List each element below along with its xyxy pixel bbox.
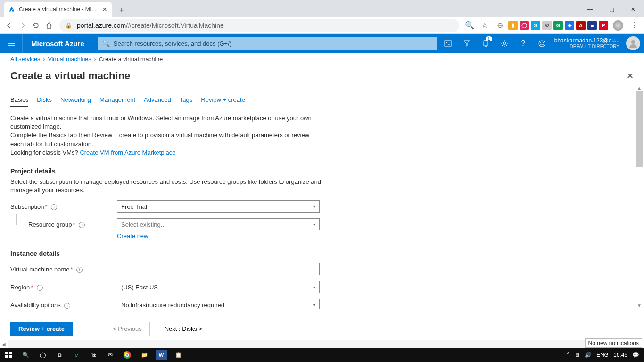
cloud-shell-icon[interactable] [438,34,457,53]
wizard-tabs: Basics Disks Networking Management Advan… [10,93,634,107]
hscroll-track[interactable] [8,340,628,348]
breadcrumb-all-services[interactable]: All services [10,56,40,63]
search-button[interactable]: 🔍 [17,348,34,362]
ext-icon-1[interactable]: ▮ [508,21,518,30]
svg-point-3 [540,42,541,43]
network-icon[interactable]: 🖥 [574,352,580,358]
browser-titlebar: Create a virtual machine - Micros ✕ + — … [0,0,644,17]
scroll-up-icon[interactable]: ▲ [636,84,643,91]
svg-point-5 [631,40,635,44]
ext-icon-8[interactable]: ■ [587,21,597,30]
region-value: (US) East US [121,284,158,291]
tab-advanced[interactable]: Advanced [144,93,171,107]
tab-basics[interactable]: Basics [10,93,28,107]
close-blade-button[interactable]: ✕ [627,71,634,81]
scroll-left-icon[interactable]: ◀ [0,342,8,347]
store-icon[interactable]: 🛍 [85,348,102,362]
minimize-button[interactable]: — [579,2,601,17]
new-tab-button[interactable]: + [115,4,128,17]
info-icon[interactable]: i [37,285,43,291]
previous-button[interactable]: < Previous [105,322,150,336]
ext-icon-5[interactable]: G [553,21,563,30]
reload-button[interactable] [29,19,42,32]
ext-icon-2[interactable]: ◯ [520,21,529,30]
info-icon[interactable]: i [79,222,85,228]
scroll-down-icon[interactable]: ▼ [636,302,643,309]
forward-button[interactable] [16,19,29,32]
help-icon[interactable]: ? [514,34,533,53]
ext-icon-6[interactable]: ◆ [565,21,574,30]
azure-search-input[interactable]: 🔍 Search resources, services, and docs (… [98,37,437,50]
word-icon[interactable]: W [156,350,167,360]
info-icon[interactable]: i [64,303,70,309]
start-button[interactable] [0,348,17,362]
notepad-icon[interactable]: 📋 [170,348,187,362]
action-center-icon[interactable]: 💬 [632,352,639,358]
cortana-button[interactable]: ◯ [34,348,51,362]
breadcrumb-virtual-machines[interactable]: Virtual machines [48,56,91,63]
account-avatar[interactable] [626,36,640,50]
skype-icon[interactable]: S [531,21,540,30]
pdf-icon[interactable]: A [576,21,586,30]
notifications-icon[interactable]: 1 [476,34,495,53]
zoom-icon[interactable]: 🔍 [463,19,476,32]
tab-close-icon[interactable]: ✕ [102,6,107,13]
marketplace-link[interactable]: Create VM from Azure Marketplace [80,149,175,156]
review-create-button[interactable]: Review + create [10,322,73,336]
vm-name-input[interactable] [117,263,320,275]
info-icon[interactable]: i [51,204,57,210]
tab-disks[interactable]: Disks [37,93,52,107]
horizontal-scrollbar[interactable]: ◀ ▶ [0,340,636,348]
task-view-button[interactable]: ⧉ [51,348,68,362]
chevron-down-icon: ▾ [313,204,315,209]
tray-language[interactable]: ENG [596,352,609,358]
maximize-button[interactable]: ▢ [601,2,622,17]
feedback-icon[interactable] [533,34,552,53]
back-button[interactable] [3,19,16,32]
azure-brand[interactable]: Microsoft Azure [23,40,93,48]
close-window-button[interactable]: ✕ [622,2,644,17]
search-icon: 🔍 [102,40,110,47]
chrome-icon[interactable] [119,348,136,362]
chrome-menu-button[interactable]: ⋮ [628,19,641,32]
tab-management[interactable]: Management [99,93,135,107]
region-select[interactable]: (US) East US▾ [117,281,320,293]
tray-time[interactable]: 16:45 [613,352,627,358]
breadcrumb: All services › Virtual machines › Create… [0,53,644,66]
file-explorer-icon[interactable]: 📁 [136,348,153,362]
create-new-link[interactable]: Create new [117,232,148,239]
edge-icon[interactable]: e [68,348,85,362]
settings-icon[interactable] [495,34,514,53]
availability-select[interactable]: No infrastructure redundancy required▾ [117,299,320,309]
tab-tags[interactable]: Tags [180,93,192,107]
address-bar[interactable]: 🔒 portal.azure.com/#create/Microsoft.Vir… [59,19,459,32]
tab-networking[interactable]: Networking [60,93,91,107]
hamburger-menu[interactable] [0,34,23,53]
resource-group-select[interactable]: Select existing...▾ [117,218,320,230]
chevron-down-icon: ▾ [313,285,315,290]
ext-icon-4[interactable]: ⊘ [542,21,552,30]
mail-icon[interactable]: ✉ [102,348,119,362]
bookmark-icon[interactable]: ☆ [478,19,491,32]
vertical-scrollbar[interactable]: ▲ ▼ [636,84,643,309]
directory-filter-icon[interactable] [457,34,476,53]
scrollbar-thumb[interactable] [636,91,643,167]
account-info[interactable]: bhaskarmadan.123@ou... DEFAULT DIRECTORY [552,37,622,49]
tray-chevron-icon[interactable]: ˄ [567,352,570,358]
svg-rect-9 [9,355,12,358]
svg-rect-8 [5,355,8,358]
volume-icon[interactable]: 🔊 [585,352,592,358]
chrome-profile-avatar[interactable] [613,20,623,31]
tab-review-create[interactable]: Review + create [201,93,245,107]
pinterest-icon[interactable]: P [599,21,608,30]
vm-name-label: Virtual machine name [10,266,70,273]
subscription-select[interactable]: Free Trial▾ [117,200,320,213]
browser-tab[interactable]: Create a virtual machine - Micros ✕ [4,2,112,17]
ext-minus-icon[interactable]: ⊖ [493,19,506,32]
subscription-label: Subscription [10,203,44,210]
info-icon[interactable]: i [76,267,83,273]
project-details-desc: Select the subscription to manage deploy… [10,178,322,195]
next-button[interactable]: Next : Disks > [157,322,211,336]
home-button[interactable] [42,19,56,32]
resource-group-label: Resource group [28,221,72,228]
